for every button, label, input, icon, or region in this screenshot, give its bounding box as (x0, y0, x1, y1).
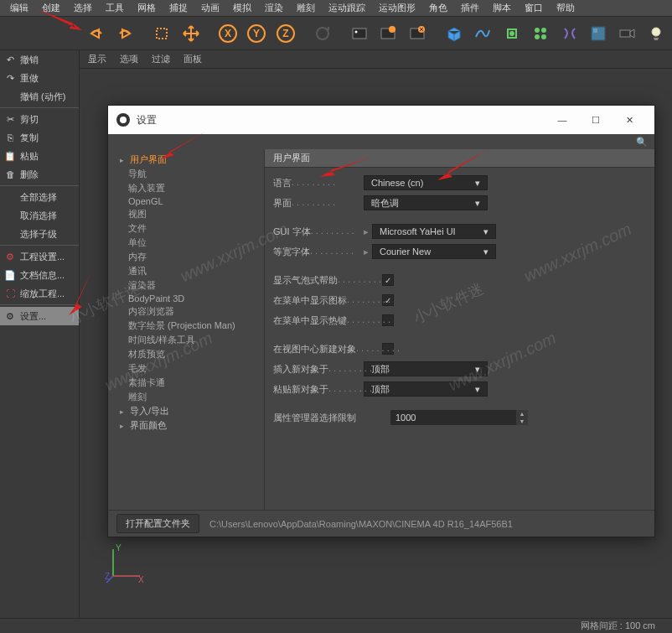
dropdown-insert-at[interactable]: 顶部▾ (364, 361, 488, 376)
close-button[interactable]: ✕ (613, 108, 646, 132)
label-bubble-help: 显示气泡式帮助 (273, 274, 382, 287)
nav-navigation[interactable]: 导航 (108, 167, 264, 181)
spinner-up[interactable]: ▲ (516, 410, 528, 418)
nav-sketch[interactable]: 素描卡通 (108, 376, 264, 390)
nav-import-export[interactable]: ▸导入/导出 (108, 404, 264, 418)
z-axis-icon[interactable]: Z (272, 20, 297, 47)
array-icon[interactable] (528, 20, 553, 47)
nurbs-icon[interactable] (499, 20, 525, 47)
nav-interface-colors[interactable]: ▸界面颜色 (108, 418, 264, 433)
nav-hair[interactable]: 毛发 (108, 361, 264, 376)
dropdown-gui-font[interactable]: Microsoft YaHei UI▾ (372, 224, 496, 239)
menu-render[interactable]: 渲染 (258, 2, 290, 14)
menu-char[interactable]: 角色 (422, 2, 454, 14)
select-icon[interactable] (149, 20, 174, 47)
move-icon[interactable] (178, 20, 203, 47)
menu-help[interactable]: 帮助 (550, 2, 582, 14)
menu-project-settings[interactable]: ⚙工程设置... (0, 247, 79, 266)
menu-doc-info[interactable]: 📄文档信息... (0, 266, 79, 284)
menu-undo-action[interactable]: 撤销 (动作) (0, 87, 79, 106)
maximize-button[interactable]: ☐ (579, 108, 613, 132)
menu-settings[interactable]: ⚙设置... (0, 307, 79, 325)
menu-track[interactable]: 运动跟踪 (322, 2, 372, 14)
nav-content-browser[interactable]: 内容浏览器 (108, 304, 264, 319)
camera-icon[interactable] (614, 20, 639, 47)
dropdown-mono-font[interactable]: Courier New▾ (372, 244, 496, 259)
y-axis-icon[interactable]: Y (244, 20, 269, 47)
menu-select[interactable]: 选择 (67, 2, 99, 14)
spline-icon[interactable] (470, 20, 495, 47)
dropdown-language[interactable]: Chinese (cn)▾ (364, 175, 488, 190)
nav-material-preview[interactable]: 材质预览 (108, 347, 264, 361)
menu-snap[interactable]: 捕捉 (163, 2, 194, 14)
dropdown-paste-at[interactable]: 顶部▾ (364, 381, 488, 397)
menu-copy[interactable]: ⎘复制 (0, 128, 79, 147)
menu-mograph[interactable]: 运动图形 (372, 2, 422, 14)
menu-redo[interactable]: ↷重做 (0, 69, 79, 87)
spinner-attr-limit[interactable]: ▲▼ (390, 410, 528, 425)
chevron-right-icon[interactable]: ▸ (364, 226, 369, 237)
environment-icon[interactable] (586, 20, 611, 47)
checkbox-bubble-help[interactable]: ✓ (382, 274, 394, 286)
redo-icon[interactable] (112, 20, 137, 47)
nav-memory[interactable]: 内存 (108, 250, 264, 264)
menu-paste[interactable]: 📋粘贴 (0, 147, 79, 165)
nav-renderer[interactable]: 渲染器 (108, 278, 264, 293)
menu-select-all[interactable]: 全部选择 (0, 188, 79, 206)
attr-limit-input[interactable] (390, 410, 516, 425)
dialog-title: 设置 (137, 113, 545, 127)
nav-opengl[interactable]: OpenGL (108, 195, 264, 207)
menu-undo[interactable]: ↶撤销 (0, 50, 79, 69)
nav-bodypaint[interactable]: BodyPaint 3D (108, 293, 264, 304)
menu-sim[interactable]: 模拟 (226, 2, 258, 14)
x-axis-icon[interactable]: X (215, 20, 240, 47)
nav-input-devices[interactable]: 输入装置 (108, 181, 264, 195)
dialog-titlebar[interactable]: 设置 — ☐ ✕ (108, 106, 654, 134)
spinner-down[interactable]: ▼ (516, 418, 528, 425)
menu-mesh[interactable]: 网格 (131, 2, 163, 14)
menu-edit[interactable]: 编辑 (3, 2, 35, 14)
menu-delete[interactable]: 🗑删除 (0, 165, 79, 184)
vh-display[interactable]: 显示 (88, 53, 106, 65)
menu-scale-project[interactable]: ⛶缩放工程... (0, 284, 79, 303)
svg-rect-20 (593, 29, 597, 33)
menu-create[interactable]: 创建 (35, 2, 67, 14)
search-icon[interactable]: 🔍 (636, 137, 648, 148)
minimize-button[interactable]: — (545, 108, 579, 132)
menu-script[interactable]: 脚本 (486, 2, 518, 14)
nav-timeline[interactable]: 时间线/样条工具 (108, 333, 264, 347)
nav-view[interactable]: 视图 (108, 207, 264, 221)
refresh-icon[interactable] (309, 20, 334, 47)
svg-point-29 (120, 117, 127, 123)
deformer-icon[interactable] (556, 20, 582, 47)
nav-sculpt[interactable]: 雕刻 (108, 390, 264, 404)
nav-projection-man[interactable]: 数字绘景 (Projection Man) (108, 319, 264, 333)
svg-text:X: X (225, 28, 231, 39)
cube-icon[interactable] (442, 20, 467, 47)
menu-select-children[interactable]: 选择子级 (0, 225, 79, 243)
label-menu-hotkeys: 在菜单中显示热键 (273, 314, 382, 327)
open-config-folder-button[interactable]: 打开配置文件夹 (116, 514, 199, 533)
nav-units[interactable]: 单位 (108, 236, 264, 250)
menu-deselect[interactable]: 取消选择 (0, 206, 79, 225)
menu-tools[interactable]: 工具 (99, 2, 131, 14)
menu-sculpt[interactable]: 雕刻 (290, 2, 322, 14)
render-icon[interactable] (347, 20, 372, 47)
nav-comm[interactable]: 通讯 (108, 264, 264, 278)
vh-panel[interactable]: 面板 (184, 53, 202, 65)
dropdown-interface[interactable]: 暗色调▾ (364, 195, 488, 210)
menu-plugin[interactable]: 插件 (454, 2, 486, 14)
nav-user-interface[interactable]: ▸用户界面 (108, 153, 264, 167)
render-settings-icon[interactable] (404, 20, 429, 47)
vh-filter[interactable]: 过滤 (152, 53, 170, 65)
redo-icon: ↷ (3, 71, 17, 85)
render-region-icon[interactable] (375, 20, 401, 47)
chevron-right-icon[interactable]: ▸ (364, 246, 369, 257)
undo-icon[interactable] (83, 20, 108, 47)
nav-files[interactable]: 文件 (108, 221, 264, 236)
menu-cut[interactable]: ✂剪切 (0, 110, 79, 128)
menu-window[interactable]: 窗口 (518, 2, 550, 14)
light-icon[interactable] (644, 20, 669, 47)
vh-options[interactable]: 选项 (120, 53, 138, 65)
menu-anim[interactable]: 动画 (194, 2, 226, 14)
